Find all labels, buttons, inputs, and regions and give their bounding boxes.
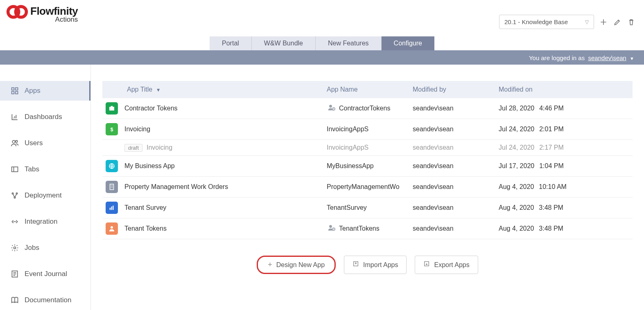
cell-modified-on: Jul 17, 20201:04 PM	[495, 156, 633, 177]
modified-time: 1:04 PM	[539, 162, 564, 169]
cell-modified-by: seandev\sean	[409, 156, 495, 177]
export-icon	[423, 261, 430, 269]
tabs-icon	[11, 165, 19, 173]
login-username[interactable]: seandev\sean	[588, 54, 626, 61]
tab-portal[interactable]: Portal	[210, 36, 252, 50]
sidebar-item-label: Event Journal	[25, 270, 67, 278]
edit-icon[interactable]	[613, 18, 622, 27]
sidebar-item-users[interactable]: Users	[0, 133, 90, 153]
cell-title: Property Management Work Orders	[102, 177, 323, 198]
add-icon[interactable]	[599, 18, 608, 27]
grid-icon	[11, 87, 19, 95]
cell-name: MyBusinessApp	[323, 156, 409, 177]
sidebar-item-integration[interactable]: Integration	[0, 212, 90, 231]
delete-icon[interactable]	[627, 18, 636, 27]
cell-modified-by: seandev\sean	[409, 198, 495, 218]
table-row[interactable]: Tenant TokensTenantTokensseandev\seanAug…	[102, 218, 633, 239]
cell-modified-on: Aug 4, 20203:48 PM	[495, 218, 633, 239]
svg-point-10	[16, 193, 17, 194]
user-clock-icon	[327, 103, 337, 113]
svg-rect-19	[110, 208, 111, 210]
draft-badge: draft	[124, 144, 142, 152]
modified-time: 10:10 AM	[539, 183, 567, 190]
app-name: TenantTokens	[339, 225, 380, 232]
export-apps-button[interactable]: Export Apps	[415, 256, 478, 274]
table-row[interactable]: Property Management Work OrdersPropertyM…	[102, 177, 633, 198]
sidebar-item-label: Jobs	[25, 244, 39, 252]
deploy-icon	[11, 191, 19, 200]
table-row[interactable]: Tenant SurveyTenantSurveyseandev\seanAug…	[102, 198, 633, 218]
sidebar-item-event-journal[interactable]: Event Journal	[0, 264, 90, 284]
header: Flowfinity Actions 20.1 - Knowledge Base…	[0, 0, 644, 29]
tab-configure[interactable]: Configure	[382, 36, 434, 50]
modified-date: Jul 17, 2020	[499, 162, 534, 169]
sidebar-item-tabs[interactable]: Tabs	[0, 159, 90, 179]
login-prefix: You are logged in as	[529, 54, 585, 61]
logo-icon	[6, 4, 29, 20]
app-title: Invoicing	[147, 144, 172, 151]
app-name: TenantSurvey	[327, 204, 367, 211]
sidebar-item-dashboards[interactable]: Dashboards	[0, 107, 90, 127]
import-apps-button[interactable]: Import Apps	[344, 256, 407, 274]
sidebar-item-apps[interactable]: Apps	[0, 81, 90, 101]
modified-time: 4:46 PM	[539, 105, 564, 112]
modified-date: Jul 24, 2020	[499, 144, 534, 151]
book-icon	[11, 296, 19, 304]
import-button-label: Import Apps	[363, 261, 398, 269]
cell-title: My Business App	[102, 156, 323, 177]
table-header-row: App Title ▼ App Name Modified by Modifie…	[102, 81, 633, 98]
modified-time: 3:48 PM	[539, 225, 563, 232]
design-button-label: Design New App	[276, 261, 325, 269]
table-row[interactable]: $InvoicingInvoicingAppSseandev\seanJul 2…	[102, 119, 633, 140]
sidebar-item-jobs[interactable]: Jobs	[0, 238, 90, 258]
col-header-modon[interactable]: Modified on	[495, 81, 633, 98]
tab-new-features[interactable]: New Features	[316, 36, 382, 50]
sidebar-item-documentation[interactable]: Documentation	[0, 290, 90, 310]
cell-modified-on: Jul 28, 20204:46 PM	[495, 98, 633, 119]
journal-icon	[11, 270, 19, 278]
app-title: My Business App	[124, 162, 175, 170]
sidebar-item-label: Apps	[25, 87, 41, 95]
app-name: MyBusinessApp	[327, 162, 374, 170]
tab-ww-bundle[interactable]: W&W Bundle	[252, 36, 316, 50]
globe-icon	[106, 160, 118, 172]
sidebar: Apps Dashboards Users Tabs Deployment	[0, 65, 91, 310]
app-name: InvoicingAppS	[327, 126, 368, 133]
table-row[interactable]: draftInvoicingInvoicingAppSseandev\seanJ…	[102, 140, 633, 156]
action-buttons: + Design New App Import Apps Export Apps	[102, 256, 633, 274]
cell-modified-by: seandev\sean	[409, 119, 495, 140]
user-clock-icon	[327, 224, 337, 234]
col-header-title[interactable]: App Title ▼	[102, 81, 323, 98]
building-icon	[106, 181, 118, 193]
cell-modified-by: seandev\sean	[409, 140, 495, 156]
app-title: Tenant Survey	[124, 204, 166, 211]
cell-modified-on: Jul 24, 20202:01 PM	[495, 119, 633, 140]
col-header-modby[interactable]: Modified by	[409, 81, 495, 98]
plus-icon: +	[268, 261, 272, 269]
table-row[interactable]: My Business AppMyBusinessAppseandev\sean…	[102, 156, 633, 177]
cell-modified-on: Aug 4, 202010:10 AM	[495, 177, 633, 198]
modified-time: 2:17 PM	[539, 144, 564, 151]
col-header-name[interactable]: App Name	[323, 81, 409, 98]
cell-title: draftInvoicing	[102, 140, 323, 156]
knowledge-base-selector[interactable]: 20.1 - Knowledge Base ▽	[499, 15, 594, 29]
svg-point-22	[111, 226, 113, 229]
modified-date: Jul 28, 2020	[499, 105, 534, 112]
design-new-app-button[interactable]: + Design New App	[257, 256, 336, 274]
cell-title: Contractor Tokens	[102, 98, 323, 119]
chevron-down-icon[interactable]: ▼	[630, 56, 634, 61]
svg-rect-21	[113, 206, 113, 210]
svg-rect-5	[16, 92, 18, 94]
app-title: Contractor Tokens	[124, 105, 178, 112]
sidebar-item-label: Deployment	[25, 191, 62, 200]
app-name: InvoicingAppS	[327, 144, 368, 151]
cell-name: InvoicingAppS	[323, 119, 409, 140]
sidebar-item-label: Users	[25, 139, 43, 147]
table-row[interactable]: Contractor TokensContractorTokensseandev…	[102, 98, 633, 119]
login-bar: You are logged in as seandev\sean ▼	[0, 51, 644, 65]
sidebar-item-deployment[interactable]: Deployment	[0, 186, 90, 205]
kb-selector-label: 20.1 - Knowledge Base	[504, 18, 568, 25]
main-content: App Title ▼ App Name Modified by Modifie…	[91, 65, 644, 310]
svg-text:$: $	[111, 127, 113, 133]
sidebar-item-label: Tabs	[25, 165, 39, 173]
